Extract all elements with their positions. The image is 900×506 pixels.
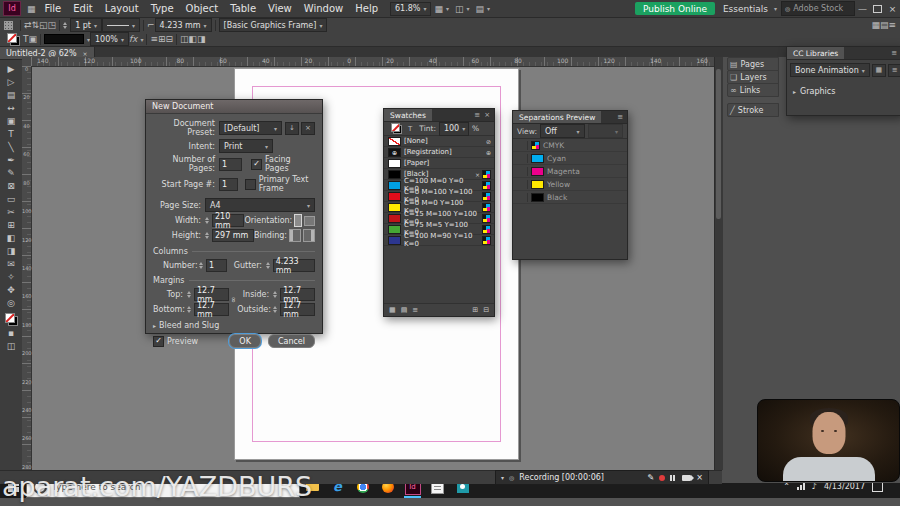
rectangle-tool[interactable]: ▭ — [2, 192, 20, 205]
arrange-documents-button[interactable]: ▤ ▾ — [476, 4, 491, 14]
camera-icon[interactable] — [682, 475, 691, 481]
panel-doc-icon[interactable]: ▤ — [880, 20, 889, 30]
direct-selection-tool[interactable]: ▷ — [2, 75, 20, 88]
show-gradient-swatches-icon[interactable]: ≡ — [412, 306, 418, 314]
wrap-bounding-icon[interactable]: ⊞ — [158, 34, 166, 44]
scrollbar-thumb[interactable] — [716, 69, 721, 219]
horizontal-ruler[interactable]: 14012010080604020020406080100120140160 — [31, 57, 714, 67]
pencil-tool[interactable]: ✎ — [2, 166, 20, 179]
selection-tool[interactable]: ▶ — [2, 62, 20, 75]
record-icon[interactable] — [659, 475, 665, 481]
menu-object[interactable]: Object — [180, 3, 225, 14]
dialog-titlebar[interactable]: New Document — [146, 100, 322, 114]
portrait-orientation-button[interactable] — [294, 214, 302, 227]
panel-menu-icon[interactable]: ≡ — [891, 49, 897, 57]
volume-icon[interactable]: ♪ — [812, 482, 817, 491]
separation-row-cmyk[interactable]: CMYK — [513, 139, 627, 152]
menu-help[interactable]: Help — [349, 3, 384, 14]
margin-top-input[interactable]: 12.7 mm — [194, 288, 229, 301]
grid-view-button[interactable]: ▦ — [872, 64, 886, 77]
page-size-select[interactable]: A4 ▾ — [205, 198, 315, 212]
panel-menu-icon[interactable]: ≡ — [617, 113, 623, 121]
screen-mode-button[interactable]: ◫ ▾ — [455, 4, 470, 14]
menu-edit[interactable]: Edit — [67, 3, 98, 14]
clock-date[interactable]: 4/13/2017 — [824, 482, 865, 491]
margin-outside-input[interactable]: 12.7 mm — [280, 303, 315, 316]
menu-type[interactable]: Type — [145, 3, 180, 14]
preview-checkbox[interactable]: ✓ — [153, 336, 164, 347]
height-stepper[interactable] — [205, 232, 212, 239]
fill-stroke-proxy[interactable] — [391, 123, 402, 134]
close-panel-icon[interactable]: × — [484, 111, 490, 119]
layers-panel-button[interactable]: ❏ Layers — [727, 70, 779, 84]
zoom-tool[interactable]: ◎ — [2, 296, 20, 309]
delete-swatch-icon[interactable]: ⊟ — [483, 306, 489, 314]
graphics-category[interactable]: ▸ Graphics — [787, 87, 900, 96]
panel-titlebar[interactable]: Swatches ≡ × — [384, 109, 494, 122]
swatches-tab[interactable]: Swatches — [384, 109, 432, 121]
links-panel-button[interactable]: ∞ Links — [727, 83, 779, 97]
app-launcher-icon[interactable]: ▦ — [27, 4, 36, 14]
zoom-level-select[interactable]: 61.8% ▾ — [390, 2, 431, 16]
gradient-swatch-tool[interactable]: ◧ — [2, 231, 20, 244]
gap-tool[interactable]: ↔ — [2, 101, 20, 114]
width-input[interactable]: 210 mm — [212, 214, 244, 227]
new-swatch-icon[interactable]: ⊞ — [472, 306, 478, 314]
visibility-toggle[interactable] — [516, 167, 528, 176]
shear-icon[interactable]: ◳ — [48, 20, 57, 30]
list-view-button[interactable]: ≡ — [888, 64, 900, 77]
effects-button[interactable]: fx — [129, 34, 138, 44]
show-color-swatches-icon[interactable]: ▤ — [401, 306, 408, 314]
swatch-row-none[interactable]: [None] ⊘ — [384, 136, 494, 147]
start-page-input[interactable]: 1 — [219, 178, 238, 191]
magnifier-icon[interactable]: ◎ — [509, 474, 514, 481]
swatch-row-paper[interactable]: [Paper] — [384, 158, 494, 169]
hand-tool[interactable]: ✥ — [2, 283, 20, 296]
formatting-affects-container-icon[interactable]: ▣ — [29, 34, 38, 44]
stop-close-icon[interactable]: × — [696, 473, 703, 482]
visibility-toggle[interactable] — [516, 180, 528, 189]
margin-top-stepper[interactable] — [187, 291, 194, 298]
menu-file[interactable]: File — [39, 3, 68, 14]
gutter-input[interactable]: 4.233 mm — [273, 259, 315, 272]
vertical-scrollbar[interactable] — [714, 57, 723, 470]
workspace-switcher[interactable]: Essentials ▾ — [723, 4, 777, 14]
gradient-swatch[interactable] — [44, 34, 84, 44]
pen-tool[interactable]: ✒ — [2, 153, 20, 166]
margin-bottom-stepper[interactable] — [187, 306, 194, 313]
tint-select[interactable]: 100 ▾ — [439, 122, 469, 136]
make-all-same-icon[interactable]: ∞ — [229, 295, 238, 303]
gradient-feather-tool[interactable]: ◨ — [2, 244, 20, 257]
fill-swatch[interactable] — [7, 33, 17, 43]
separation-row-yellow[interactable]: Yellow — [513, 178, 627, 191]
menu-view[interactable]: View — [262, 3, 298, 14]
wrap-shape-icon[interactable]: ⊟ — [166, 34, 174, 44]
fill-stroke-proxy[interactable] — [7, 33, 20, 46]
view-options-button[interactable]: ▦ ▾ — [434, 4, 449, 14]
tool-fill-swatch[interactable] — [5, 313, 15, 323]
panel-menu-icon[interactable]: ≡ — [888, 20, 896, 30]
pause-icon[interactable] — [670, 475, 675, 481]
ok-button[interactable]: OK — [229, 334, 261, 348]
eyedropper-tool[interactable]: ✧ — [2, 270, 20, 283]
rotate-icon[interactable]: ◱ — [39, 20, 48, 30]
stroke-weight-select[interactable]: 1 pt ▾ — [70, 18, 102, 32]
landscape-orientation-button[interactable] — [304, 216, 315, 226]
separation-row-magenta[interactable]: Magenta — [513, 165, 627, 178]
menu-layout[interactable]: Layout — [99, 3, 145, 14]
screen-mode-icon[interactable]: ◫ — [2, 339, 20, 352]
rectangle-frame-tool[interactable]: ⊠ — [2, 179, 20, 192]
publish-online-button[interactable]: Publish Online — [635, 2, 715, 15]
visibility-toggle[interactable] — [516, 193, 528, 202]
margin-inside-stepper[interactable] — [273, 291, 280, 298]
menu-window[interactable]: Window — [298, 3, 349, 14]
document-preset-select[interactable]: [Default] ▾ — [219, 121, 282, 135]
reference-point-proxy[interactable] — [4, 21, 13, 30]
separation-row-cyan[interactable]: Cyan — [513, 152, 627, 165]
facing-pages-checkbox[interactable]: ✓ — [251, 159, 262, 170]
tool-fill-stroke-proxy[interactable] — [5, 313, 18, 326]
align-right-icon[interactable]: ◨ — [197, 34, 206, 44]
network-icon[interactable] — [797, 483, 805, 490]
stroke-panel-button[interactable]: ╱ Stroke — [727, 103, 779, 117]
separations-tab[interactable]: Separations Preview — [513, 111, 601, 123]
